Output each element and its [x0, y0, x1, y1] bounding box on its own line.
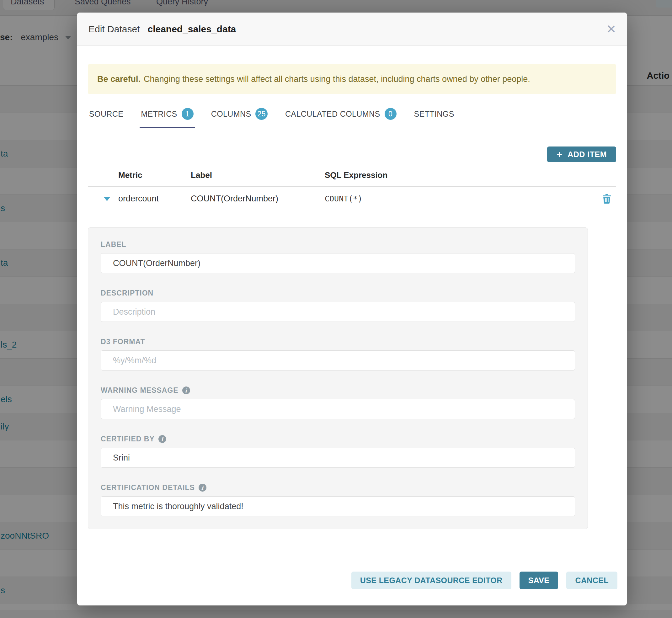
metric-row: ordercount COUNT(OrderNumber) COUNT(*) [88, 187, 616, 212]
expand-caret-icon[interactable] [104, 197, 110, 201]
warning-message-field-label: WARNING MESSAGE i [101, 386, 575, 395]
tab-metrics[interactable]: METRICS 1 [139, 104, 195, 128]
label-field-label: LABEL [101, 240, 575, 249]
label-field-group: LABEL [101, 240, 575, 273]
dataset-name: cleaned_sales_data [148, 24, 236, 34]
certified-by-input[interactable] [101, 448, 575, 468]
cancel-button[interactable]: CANCEL [566, 572, 617, 589]
close-icon[interactable]: ✕ [606, 13, 616, 46]
tab-calculated-columns[interactable]: CALCULATED COLUMNS 0 [284, 104, 398, 128]
description-field-group: DESCRIPTION [101, 289, 575, 322]
certification-details-field-label: CERTIFICATION DETAILS i [101, 484, 575, 492]
tab-settings[interactable]: SETTINGS [413, 104, 456, 128]
tab-columns[interactable]: COLUMNS 25 [210, 104, 269, 128]
metrics-count-badge: 1 [182, 108, 194, 120]
modal-footer: USE LEGACY DATASOURCE EDITOR SAVE CANCEL [351, 572, 617, 589]
metric-sql-expression: COUNT(*) [321, 194, 597, 203]
warning-message-field-group: WARNING MESSAGE i [101, 386, 575, 419]
d3-format-field-label: D3 FORMAT [101, 337, 575, 346]
trash-icon [603, 194, 611, 204]
d3-format-field-group: D3 FORMAT [101, 337, 575, 371]
use-legacy-datasource-editor-button[interactable]: USE LEGACY DATASOURCE EDITOR [351, 572, 511, 589]
label-column-header: Label [187, 170, 321, 180]
metric-label: COUNT(OrderNumber) [187, 194, 321, 204]
certification-details-input[interactable] [101, 496, 575, 516]
tab-source[interactable]: SOURCE [88, 104, 124, 128]
info-icon: i [199, 484, 206, 492]
info-icon: i [182, 387, 190, 394]
sql-expression-column-header: SQL Expression [321, 170, 597, 180]
certified-by-field-label: CERTIFIED BY i [101, 435, 575, 443]
warning-message-input[interactable] [101, 399, 575, 419]
metrics-table-header: Metric Label SQL Expression [88, 170, 616, 187]
edit-dataset-modal: Edit Dataset cleaned_sales_data ✕ Be car… [77, 13, 627, 605]
certification-details-field-group: CERTIFICATION DETAILS i [101, 484, 575, 516]
add-item-row: + ADD ITEM [88, 146, 616, 162]
add-item-button[interactable]: + ADD ITEM [547, 146, 616, 162]
label-input[interactable] [101, 253, 575, 273]
modal-body: Be careful. Changing these settings will… [77, 64, 627, 529]
modal-title: Edit Dataset cleaned_sales_data [88, 24, 236, 34]
metric-name: ordercount [114, 194, 187, 204]
plus-icon: + [557, 149, 563, 160]
info-icon: i [159, 435, 166, 443]
metric-detail-panel: LABEL DESCRIPTION D3 FORMAT WARNING MESS… [88, 227, 588, 529]
save-button[interactable]: SAVE [519, 572, 558, 589]
modal-header: Edit Dataset cleaned_sales_data ✕ [77, 13, 627, 46]
warning-banner-bold: Be careful. [97, 74, 140, 84]
modal-title-prefix: Edit Dataset [88, 24, 139, 34]
delete-metric-button[interactable] [597, 194, 616, 204]
warning-banner: Be careful. Changing these settings will… [88, 64, 616, 94]
description-field-label: DESCRIPTION [101, 289, 575, 297]
metric-column-header: Metric [114, 170, 187, 180]
d3-format-input[interactable] [101, 350, 575, 371]
dataset-editor-tabs: SOURCE METRICS 1 COLUMNS 25 CALCULATED C… [88, 104, 616, 128]
columns-count-badge: 25 [255, 108, 267, 120]
certified-by-field-group: CERTIFIED BY i [101, 435, 575, 468]
warning-banner-text: Changing these settings will affect all … [144, 74, 530, 84]
calculated-columns-count-badge: 0 [385, 108, 397, 120]
description-input[interactable] [101, 302, 575, 322]
